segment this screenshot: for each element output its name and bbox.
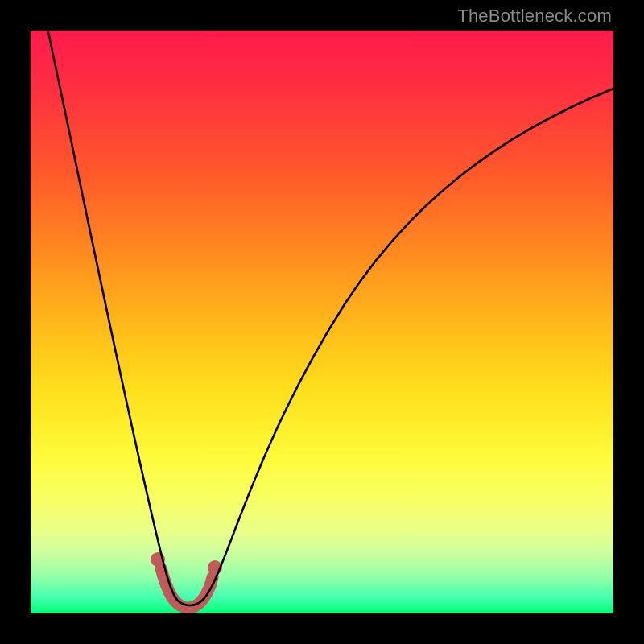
chart-plot-area <box>31 31 613 613</box>
main-curve <box>48 32 613 605</box>
watermark-text: TheBottleneck.com <box>457 6 612 27</box>
thick-highlight-segment <box>161 568 213 608</box>
bottleneck-curve-svg <box>31 31 613 613</box>
